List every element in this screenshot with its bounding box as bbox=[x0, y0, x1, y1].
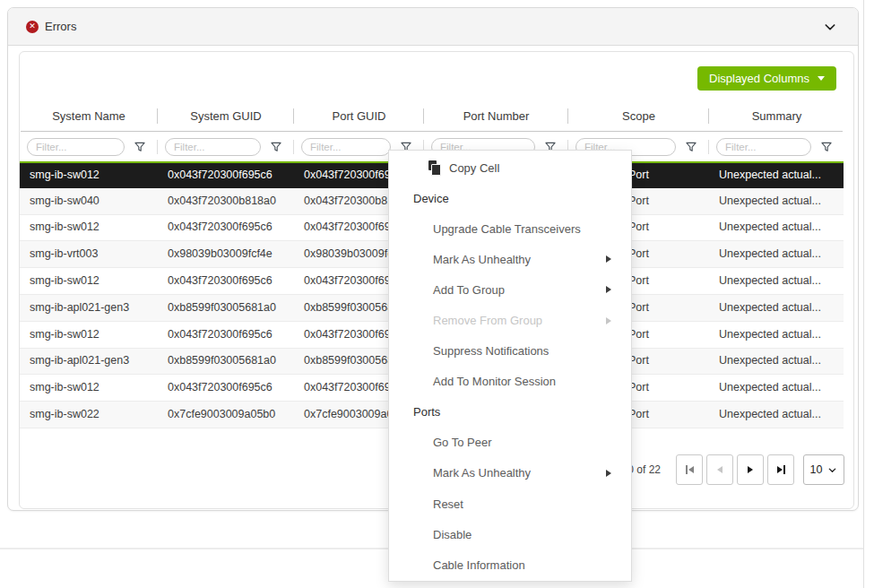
column-header-summary[interactable]: Summary bbox=[709, 102, 844, 131]
context-menu-item-copy-cell[interactable]: Copy Cell bbox=[389, 152, 631, 183]
context-menu-item-label: Go To Peer bbox=[433, 436, 492, 449]
cell-summary: Unexpected actual... bbox=[709, 376, 844, 400]
cell-system_name: smg-ib-sw012 bbox=[20, 163, 158, 187]
filter-input-port-guid[interactable] bbox=[301, 138, 391, 156]
cell-summary: Unexpected actual... bbox=[709, 296, 844, 320]
submenu-arrow-icon bbox=[606, 317, 611, 324]
context-menu-item-label: Disable bbox=[433, 528, 472, 541]
cell-system_name: smg-ib-sw012 bbox=[20, 323, 158, 347]
cell-summary: Unexpected actual... bbox=[709, 189, 844, 213]
last-page-icon-arrow bbox=[777, 466, 783, 473]
submenu-arrow-icon bbox=[606, 470, 611, 477]
cell-system_guid: 0x043f720300b818a0 bbox=[158, 189, 294, 213]
cell-system_name: smg-ib-apl021-gen3 bbox=[20, 349, 158, 373]
chevron-down-icon bbox=[823, 20, 837, 34]
filter-funnel-icon[interactable] bbox=[685, 141, 697, 153]
context-menu-item-cable-information[interactable]: Cable Information bbox=[389, 549, 631, 580]
header-divider bbox=[21, 131, 843, 132]
cell-system_name: smg-ib-sw012 bbox=[20, 269, 158, 293]
context-menu-item-suppress-notifications[interactable]: Suppress Notifications bbox=[389, 336, 631, 367]
table-header-row: System NameSystem GUIDPort GUIDPort Numb… bbox=[20, 102, 844, 131]
cell-summary: Unexpected actual... bbox=[709, 349, 844, 373]
context-menu-section-device: Device bbox=[389, 183, 631, 213]
context-menu-item-label: Mark As Unhealthy bbox=[433, 253, 531, 266]
page-size-select[interactable]: 10 bbox=[803, 454, 844, 485]
cell-system_name: smg-ib-sw040 bbox=[20, 189, 158, 213]
chevron-down-icon bbox=[827, 465, 837, 475]
cell-system_guid: 0x043f720300f695c6 bbox=[158, 323, 294, 347]
column-header-port-number[interactable]: Port Number bbox=[424, 102, 568, 131]
previous-page-button[interactable] bbox=[706, 454, 733, 485]
column-header-system-name[interactable]: System Name bbox=[20, 102, 158, 131]
context-menu-item-upgrade-cable-transceivers[interactable]: Upgrade Cable Transceivers bbox=[389, 213, 631, 244]
submenu-arrow-icon bbox=[606, 286, 611, 293]
cell-system_guid: 0x043f720300f695c6 bbox=[158, 163, 294, 187]
filter-funnel-icon[interactable] bbox=[820, 141, 833, 153]
cell-system_name: smg-ib-sw022 bbox=[20, 402, 158, 427]
context-menu-item-label: Copy Cell bbox=[449, 161, 499, 175]
cell-system_guid: 0x7cfe9003009a05b0 bbox=[158, 402, 294, 427]
column-header-scope[interactable]: Scope bbox=[568, 102, 709, 131]
displayed-columns-button[interactable]: Displayed Columns bbox=[697, 66, 836, 91]
filter-funnel-icon[interactable] bbox=[270, 141, 282, 153]
context-menu-item-label: Suppress Notifications bbox=[433, 344, 549, 358]
context-menu-item-reset[interactable]: Reset bbox=[389, 489, 631, 519]
cell-system_name: smg-ib-sw012 bbox=[20, 215, 158, 239]
first-page-button[interactable] bbox=[676, 454, 703, 485]
last-page-icon bbox=[783, 465, 785, 474]
context-menu-item-label: Cable Information bbox=[433, 558, 525, 572]
cell-summary: Unexpected actual... bbox=[709, 402, 844, 427]
context-menu-item-mark-as-unhealthy[interactable]: Mark As Unhealthy bbox=[389, 458, 631, 489]
context-menu-item-label: Mark As Unhealthy bbox=[433, 466, 531, 480]
filter-cell-summary bbox=[709, 134, 844, 160]
cell-summary: Unexpected actual... bbox=[709, 242, 844, 266]
panel-title-wrap: ✕ Errors bbox=[26, 20, 76, 33]
filter-input-summary[interactable] bbox=[716, 138, 811, 156]
context-menu-item-add-to-monitor-session[interactable]: Add To Monitor Session bbox=[389, 367, 631, 397]
next-page-button[interactable] bbox=[737, 454, 764, 485]
cell-system_name: smg-ib-apl021-gen3 bbox=[20, 296, 158, 320]
context-menu-item-mark-as-unhealthy[interactable]: Mark As Unhealthy bbox=[389, 244, 631, 274]
filter-funnel-icon[interactable] bbox=[134, 141, 146, 153]
context-menu-item-label: Add To Monitor Session bbox=[433, 375, 556, 388]
context-menu-item-label: Remove From Group bbox=[433, 314, 542, 327]
filter-cell-system-name bbox=[20, 134, 158, 160]
caret-down-icon bbox=[818, 76, 825, 81]
filter-input-system-guid[interactable] bbox=[165, 138, 261, 156]
context-menu-item-disable[interactable]: Disable bbox=[389, 519, 631, 549]
context-menu-item-go-to-peer[interactable]: Go To Peer bbox=[389, 428, 631, 458]
previous-page-icon bbox=[717, 466, 723, 473]
adjacent-panel-edge bbox=[863, 0, 874, 588]
column-header-system-guid[interactable]: System GUID bbox=[158, 102, 294, 131]
filter-cell-system-guid bbox=[158, 134, 294, 160]
filter-input-system-name[interactable] bbox=[27, 138, 125, 156]
column-header-port-guid[interactable]: Port GUID bbox=[294, 102, 424, 131]
cell-summary: Unexpected actual... bbox=[709, 163, 844, 187]
copy-icon bbox=[428, 160, 441, 175]
error-circle-icon: ✕ bbox=[26, 21, 39, 33]
context-menu: Copy CellDeviceUpgrade Cable Transceiver… bbox=[388, 150, 632, 582]
first-page-icon bbox=[686, 465, 688, 474]
errors-panel-header: ✕ Errors bbox=[8, 8, 858, 46]
pagination: 10 of 22 10 bbox=[622, 454, 844, 486]
cell-system_guid: 0xb8599f03005681a0 bbox=[158, 296, 294, 320]
cell-system_guid: 0xb8599f03005681a0 bbox=[158, 349, 294, 373]
cell-summary: Unexpected actual... bbox=[709, 323, 844, 347]
context-menu-item-label: Upgrade Cable Transceivers bbox=[433, 222, 581, 236]
submenu-arrow-icon bbox=[606, 255, 611, 263]
next-page-icon bbox=[748, 466, 753, 473]
last-page-button[interactable] bbox=[767, 454, 794, 485]
collapse-panel-button[interactable] bbox=[820, 17, 840, 37]
context-menu-item-label: Reset bbox=[433, 497, 463, 511]
cell-summary: Unexpected actual... bbox=[709, 269, 844, 293]
context-menu-item-add-to-group[interactable]: Add To Group bbox=[389, 274, 631, 305]
cell-summary: Unexpected actual... bbox=[709, 215, 844, 239]
panel-title: Errors bbox=[45, 20, 76, 33]
cell-system_guid: 0x043f720300f695c6 bbox=[158, 376, 294, 400]
context-menu-item-remove-from-group: Remove From Group bbox=[389, 305, 631, 335]
cell-system_guid: 0x043f720300f695c6 bbox=[158, 215, 294, 239]
cell-system_name: smg-ib-sw012 bbox=[20, 376, 158, 400]
context-menu-section-ports: Ports bbox=[389, 397, 631, 428]
context-menu-item-label: Add To Group bbox=[433, 283, 505, 297]
displayed-columns-label: Displayed Columns bbox=[709, 72, 809, 85]
